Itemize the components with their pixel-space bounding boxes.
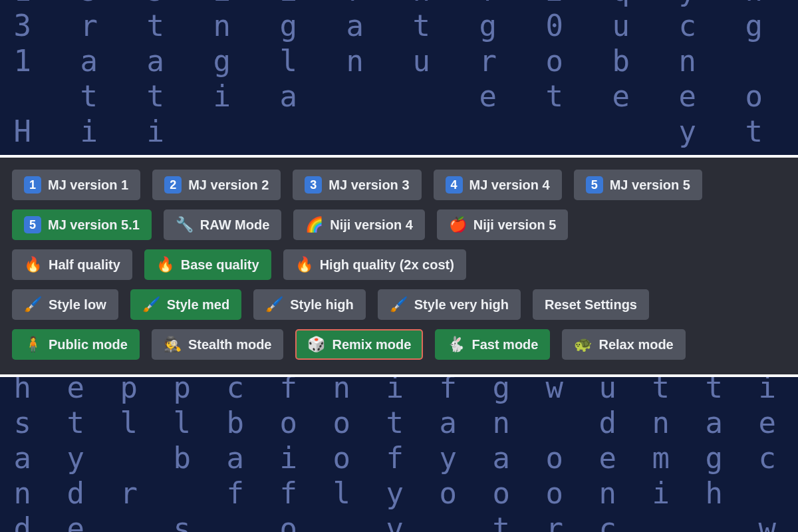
number-badge-icon: 2 <box>164 176 182 194</box>
mj-version-3-button[interactable]: 3MJ version 3 <box>293 170 421 200</box>
bg-text-column: ng ot <box>738 0 769 150</box>
turtle-icon: 🐢 <box>574 337 592 352</box>
raw-mode-button[interactable]: 🔧RAW Mode <box>164 209 281 240</box>
button-label: MJ version 4 <box>469 178 550 193</box>
bg-text-column: tnmi, <box>645 377 676 532</box>
remix-mode-button[interactable]: 🎲Remix mode <box>295 329 423 360</box>
number-badge-icon: 5 <box>24 216 41 233</box>
half-quality-button[interactable]: 🔥Half quality <box>12 249 132 280</box>
button-label: Fast mode <box>471 337 538 352</box>
button-label: MJ version 1 <box>48 178 128 193</box>
row-versions-extra: 5MJ version 5.1🔧RAW Mode🌈Niji version 4🍎… <box>12 209 786 240</box>
person-icon: 🧍 <box>24 337 42 352</box>
base-quality-button[interactable]: 🔥Base quality <box>144 249 271 280</box>
button-label: MJ version 5.1 <box>48 217 140 233</box>
bg-text-column: ycney <box>672 0 702 150</box>
button-label: High quality (2x cost) <box>320 257 454 273</box>
fire-icon: 🔥 <box>295 257 313 272</box>
number-badge-icon: 4 <box>446 176 463 194</box>
button-label: Public mode <box>49 337 128 352</box>
row-modes: 🧍Public mode🕵️Stealth mode🎲Remix mode🐇Fa… <box>12 329 786 360</box>
button-label: RAW Mode <box>200 217 269 233</box>
bg-text-column: plb si <box>166 377 197 532</box>
detective-icon: 🕵️ <box>164 337 182 352</box>
row-quality: 🔥Half quality🔥Base quality🔥High quality … <box>12 249 786 280</box>
number-badge-icon: 1 <box>24 176 41 194</box>
button-label: Remix mode <box>332 337 411 352</box>
wrench-icon: 🔧 <box>176 217 194 232</box>
bg-text-column: ntu <box>406 0 436 79</box>
brush-icon: 🖌️ <box>24 297 42 312</box>
bg-text-column: udence <box>592 377 622 532</box>
bg-text-column: foifo <box>273 377 303 532</box>
button-label: Style very high <box>414 297 509 313</box>
button-label: MJ version 2 <box>188 178 269 193</box>
button-label: MJ version 5 <box>610 178 690 193</box>
style-low-button[interactable]: 🖌️Style low <box>12 289 118 320</box>
row-style: 🖌️Style low🖌️Style med🖌️Style high🖌️Styl… <box>12 289 786 320</box>
rainbow-icon: 🌈 <box>305 217 323 232</box>
bg-text-column: 131 H <box>7 0 37 150</box>
button-label: Half quality <box>49 257 120 273</box>
brush-icon: 🖌️ <box>390 297 408 312</box>
bg-text-column: fayo <box>432 377 463 511</box>
decorative-code-background-top: 131 Hsratistatiingiiglaranntufgre20otqub… <box>0 0 798 155</box>
bg-text-column: nool b <box>326 377 356 532</box>
button-label: Style high <box>290 297 354 313</box>
rabbit-icon: 🐇 <box>447 337 465 352</box>
bg-text-column: itfyv <box>379 377 410 532</box>
bg-text-column: etydee <box>60 377 90 532</box>
bg-text-column: qube <box>605 0 636 114</box>
style-high-button[interactable]: 🖌️Style high <box>253 289 366 320</box>
row-versions: 1MJ version 12MJ version 23MJ version 34… <box>12 170 786 200</box>
mj-version-4-button[interactable]: 4MJ version 4 <box>434 170 562 200</box>
button-label: Style low <box>49 297 106 313</box>
number-badge-icon: 3 <box>305 176 322 194</box>
bg-text-column: srati <box>73 0 104 150</box>
bg-text-column: tagh, <box>698 377 729 532</box>
button-label: Reset Settings <box>545 297 637 313</box>
mj-version-5-button[interactable]: 5MJ version 5 <box>574 170 702 200</box>
mj-version-1-button[interactable]: 1MJ version 1 <box>12 170 140 200</box>
button-label: Stealth mode <box>188 337 272 352</box>
fire-icon: 🔥 <box>156 257 174 272</box>
bg-text-column: iec wt <box>751 377 782 532</box>
bg-text-column: pl r <box>113 377 144 511</box>
niji-version-4-button[interactable]: 🌈Niji version 4 <box>293 209 425 240</box>
button-label: Niji version 5 <box>473 217 557 233</box>
reset-settings-button[interactable]: Reset Settings <box>533 289 649 320</box>
brush-icon: 🖌️ <box>265 297 283 312</box>
niji-version-5-button[interactable]: 🍎Niji version 5 <box>437 209 569 240</box>
style-very-high-button[interactable]: 🖌️Style very high <box>378 289 521 320</box>
bg-text-column: gnaot <box>485 377 516 532</box>
bg-text-column: ran <box>339 0 370 79</box>
bg-text-column: stati <box>140 0 170 150</box>
dice-icon: 🎲 <box>307 337 325 352</box>
number-badge-icon: 5 <box>586 176 603 194</box>
relax-mode-button[interactable]: 🐢Relax mode <box>562 329 685 360</box>
decorative-code-background-bottom: hsandietydeepl rplb sicbaf ofoifonool bi… <box>0 377 798 532</box>
bg-text-column: fgre <box>472 0 503 114</box>
bg-text-column: cbaf o <box>219 377 250 532</box>
style-med-button[interactable]: 🖌️Style med <box>130 289 241 320</box>
mj-version-5-1-button[interactable]: 5MJ version 5.1 <box>12 209 152 240</box>
button-label: Style med <box>167 297 229 313</box>
button-label: Relax mode <box>598 337 673 352</box>
bg-text-column: hsandi <box>7 377 37 532</box>
settings-panel: 1MJ version 12MJ version 23MJ version 34… <box>0 158 798 374</box>
fire-icon: 🔥 <box>24 257 42 272</box>
fast-mode-button[interactable]: 🐇Fast mode <box>435 329 550 360</box>
high-quality-2x-cost-button[interactable]: 🔥High quality (2x cost) <box>283 249 466 280</box>
mj-version-2-button[interactable]: 2MJ version 2 <box>152 170 281 200</box>
public-mode-button[interactable]: 🧍Public mode <box>12 329 140 360</box>
stealth-mode-button[interactable]: 🕵️Stealth mode <box>152 329 284 360</box>
button-label: Niji version 4 <box>330 217 413 233</box>
bg-text-column: igla <box>273 0 303 114</box>
button-label: MJ version 3 <box>329 178 409 193</box>
bg-text-column: ingi <box>206 0 237 114</box>
brush-icon: 🖌️ <box>142 297 160 312</box>
bg-text-column: w oora <box>539 377 569 532</box>
button-label: Base quality <box>181 257 259 273</box>
apple-icon: 🍎 <box>449 217 467 232</box>
bg-text-column: 20ot <box>539 0 569 114</box>
